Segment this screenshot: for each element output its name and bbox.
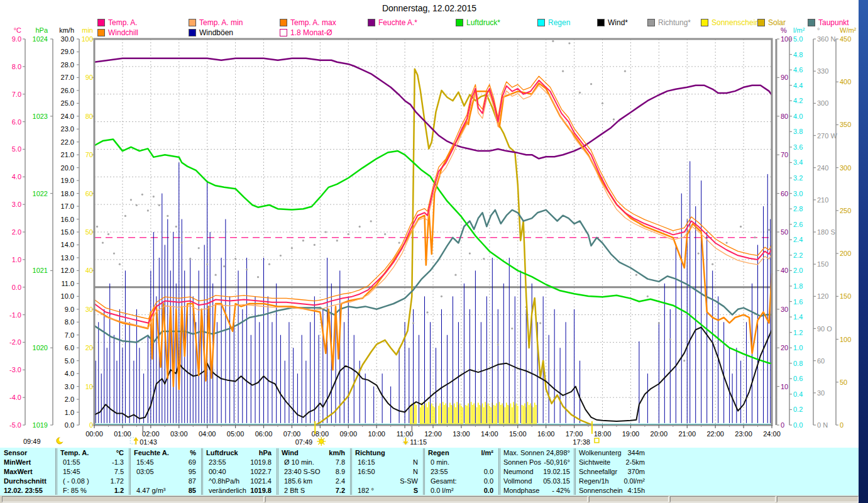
axis-tick-label: 10.0 bbox=[61, 292, 74, 300]
axis-tick-label: 250 bbox=[840, 207, 851, 214]
axis-tick-label: 0.2 bbox=[793, 406, 803, 413]
axis-title: % bbox=[781, 26, 787, 34]
axis-tick-label: 40 bbox=[781, 267, 788, 274]
axis-tick-label: 3.0 bbox=[793, 190, 803, 197]
table-value: 85 bbox=[129, 486, 196, 495]
axis-tick-label: 2.0 bbox=[12, 228, 21, 236]
axis-title: hPa bbox=[35, 26, 48, 34]
axis-tick-label: 30 bbox=[781, 306, 788, 313]
axis-tick-label: -4.0 bbox=[9, 394, 21, 401]
series-richtung bbox=[314, 244, 316, 246]
series-richtung bbox=[562, 70, 564, 72]
axis-tick-label: 3.0 bbox=[12, 201, 21, 208]
series-richtung bbox=[158, 204, 160, 206]
series-richtung bbox=[426, 311, 428, 313]
axis-tick-label: 150 bbox=[817, 260, 828, 268]
axis-tick-label: 1019 bbox=[33, 421, 48, 429]
series-richtung bbox=[398, 241, 400, 243]
x-axis-label: 23:00 bbox=[735, 430, 752, 438]
table-separator bbox=[55, 448, 57, 495]
x-axis-label: 14:00 bbox=[481, 430, 498, 438]
axis-tick-label: 150 bbox=[840, 292, 851, 300]
series-richtung bbox=[412, 322, 414, 324]
table-column-unit: % bbox=[129, 448, 196, 458]
series-richtung bbox=[539, 322, 541, 324]
series-richtung bbox=[153, 196, 155, 197]
series-richtung bbox=[167, 215, 168, 217]
x-axis-label: 22:00 bbox=[706, 430, 724, 438]
axis-tick-label: 200 bbox=[840, 250, 851, 257]
axis-tick-label: 60 bbox=[85, 190, 93, 197]
series-richtung bbox=[119, 263, 121, 265]
x-axis-label: 02:00 bbox=[142, 430, 160, 438]
axis-tick-label: 70 bbox=[781, 151, 788, 158]
series-richtung bbox=[590, 83, 592, 85]
axis-tick-label: 30 bbox=[85, 306, 93, 313]
series-richtung bbox=[189, 258, 191, 260]
axis-tick-label: 19.0 bbox=[61, 177, 74, 184]
x-axis-label: 12:00 bbox=[424, 430, 442, 438]
axis-tick-label: 27.0 bbox=[61, 74, 74, 81]
series-richtung bbox=[223, 265, 225, 267]
table-value: 95 bbox=[129, 467, 196, 477]
info-value: 24,898° bbox=[498, 448, 570, 458]
series-richtung bbox=[348, 233, 349, 235]
series-richtung bbox=[302, 240, 304, 241]
series-richtung bbox=[175, 226, 177, 228]
axis-tick-label: 50 bbox=[840, 379, 847, 386]
axis-tick-label: 5.0 bbox=[65, 357, 74, 365]
table-row-label: Durchschnitt bbox=[4, 477, 54, 486]
info-value: 05.03.15 bbox=[498, 477, 570, 486]
axis-tick-label: 180 S bbox=[817, 228, 835, 236]
status-bar-segment bbox=[670, 496, 776, 502]
series-richtung bbox=[469, 253, 471, 255]
series-richtung bbox=[568, 42, 570, 44]
table-value: 1022.7 bbox=[201, 467, 272, 477]
series-richtung bbox=[740, 226, 742, 228]
series-richtung bbox=[370, 220, 372, 222]
series-richtung bbox=[483, 258, 485, 260]
series-richtung bbox=[280, 255, 282, 257]
axis-tick-label: 15.0 bbox=[61, 228, 74, 236]
table-value: 2.4 bbox=[277, 477, 345, 486]
axis-tick-label: 3.8 bbox=[793, 128, 803, 135]
axis-tick-label: -5.0 bbox=[9, 421, 21, 429]
x-axis-label: 13:00 bbox=[453, 430, 470, 438]
table-column-unit: °C bbox=[55, 448, 124, 458]
status-bar-segment bbox=[589, 496, 669, 502]
series-richtung bbox=[246, 268, 248, 270]
series-richtung bbox=[268, 263, 270, 265]
table-value: 1.2 bbox=[55, 486, 124, 495]
series-richtung bbox=[711, 263, 713, 265]
x-axis-label: 20:00 bbox=[651, 430, 668, 438]
axis-tick-label: 2.6 bbox=[793, 221, 803, 228]
axis-title: km/h bbox=[59, 26, 74, 34]
axis-tick-label: -1.0 bbox=[9, 311, 21, 319]
series-richtung bbox=[147, 209, 149, 211]
axis-tick-label: 17.0 bbox=[61, 202, 74, 210]
info-value: - 42% bbox=[498, 486, 570, 495]
x-axis-label: 17:00 bbox=[566, 430, 583, 438]
axis-tick-label: 300 bbox=[817, 99, 828, 107]
axis-tick-label: 9.0 bbox=[65, 306, 74, 313]
axis-tick-label: 0.0 bbox=[12, 284, 21, 291]
series-richtung bbox=[124, 215, 126, 217]
axis-tick-label: 23.0 bbox=[61, 125, 74, 133]
sun-icon bbox=[318, 438, 319, 439]
axis-title: °C bbox=[14, 26, 21, 34]
x-axis-label: 15:00 bbox=[509, 430, 527, 438]
series-richtung bbox=[291, 247, 293, 249]
axis-tick-label: 90 bbox=[781, 74, 788, 81]
axis-tick-label: 24.0 bbox=[61, 113, 74, 120]
axis-tick-label: 12.0 bbox=[61, 267, 74, 274]
info-value: 19.02.15 bbox=[498, 467, 570, 477]
table-column-unit: km/h bbox=[277, 448, 345, 458]
axis-tick-label: 6.0 bbox=[12, 118, 21, 126]
table-value: 7.5 bbox=[55, 467, 124, 477]
table-separator bbox=[201, 448, 203, 495]
series-richtung bbox=[754, 236, 755, 238]
table-value: N bbox=[350, 458, 418, 467]
axis-tick-label: 10 bbox=[781, 383, 788, 390]
axis-tick-label: 90 bbox=[85, 74, 93, 81]
axis-tick-label: 0.8 bbox=[793, 360, 803, 367]
